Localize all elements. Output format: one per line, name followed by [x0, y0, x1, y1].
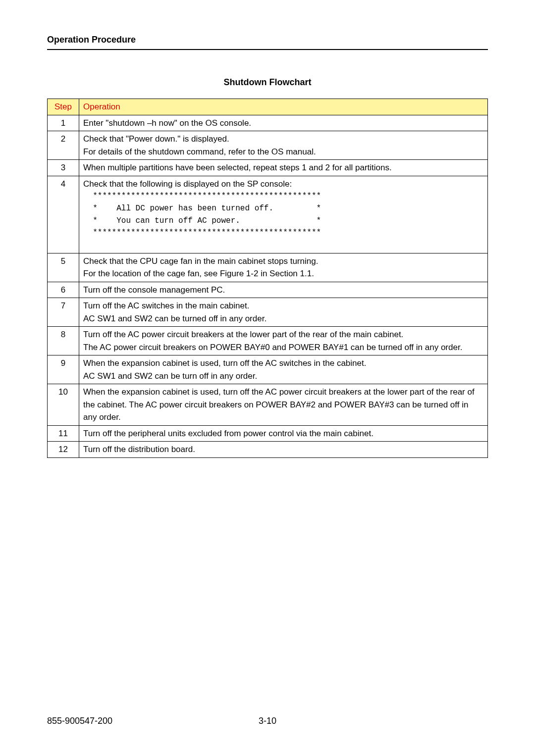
- table-header-operation: Operation: [79, 99, 488, 115]
- shutdown-table: Step Operation 1 Enter "shutdown –h now"…: [47, 99, 488, 458]
- operation-cell: Turn off the peripheral units excluded f…: [79, 425, 488, 442]
- step-number: 4: [48, 176, 79, 253]
- op-text: AC SW1 and SW2 can be turned off in any …: [83, 312, 483, 325]
- op-text: Check that "Power down." is displayed.: [83, 133, 483, 146]
- op-text: Turn off the AC switches in the main cab…: [83, 300, 483, 312]
- op-text: Turn off the AC power circuit breakers a…: [83, 328, 483, 341]
- table-row: 7 Turn off the AC switches in the main c…: [48, 298, 488, 327]
- operation-cell: When the expansion cabinet is used, turn…: [79, 355, 488, 384]
- operation-cell: Enter "shutdown –h now" on the OS consol…: [79, 115, 488, 131]
- step-number: 11: [48, 425, 79, 442]
- operation-cell: When the expansion cabinet is used, turn…: [79, 384, 488, 426]
- table-row: 2 Check that "Power down." is displayed.…: [48, 131, 488, 160]
- step-number: 6: [48, 282, 79, 298]
- operation-cell: Turn off the console management PC.: [79, 282, 488, 298]
- op-text: For the location of the cage fan, see Fi…: [83, 267, 483, 280]
- step-number: 3: [48, 160, 79, 176]
- op-text: The AC power circuit breakers on POWER B…: [83, 341, 483, 354]
- operation-cell: Check that the following is displayed on…: [79, 176, 488, 253]
- header-divider: [47, 49, 488, 50]
- section-title: Shutdown Flowchart: [47, 77, 488, 88]
- operation-cell: Turn off the AC switches in the main cab…: [79, 298, 488, 327]
- step-number: 9: [48, 355, 79, 384]
- doc-number: 855-900547-200: [47, 716, 112, 726]
- page-footer: 855-900547-200 3-10: [47, 716, 488, 726]
- table-header-step: Step: [48, 99, 79, 115]
- running-header: Operation Procedure: [47, 35, 488, 49]
- page-number: 3-10: [47, 716, 488, 726]
- table-row: 6 Turn off the console management PC.: [48, 282, 488, 298]
- console-output: ****************************************…: [83, 190, 483, 202]
- table-row: 9 When the expansion cabinet is used, tu…: [48, 355, 488, 384]
- step-number: 10: [48, 384, 79, 426]
- operation-cell: Turn off the AC power circuit breakers a…: [79, 327, 488, 355]
- op-text: When the expansion cabinet is used, turn…: [83, 357, 483, 370]
- table-row: 10 When the expansion cabinet is used, t…: [48, 384, 488, 426]
- op-text: For details of the shutdown command, ref…: [83, 146, 483, 158]
- operation-cell: When multiple partitions have been selec…: [79, 160, 488, 176]
- table-row: 3 When multiple partitions have been sel…: [48, 160, 488, 176]
- step-number: 5: [48, 253, 79, 282]
- operation-cell: Turn off the distribution board.: [79, 442, 488, 458]
- step-number: 12: [48, 442, 79, 458]
- table-row: 5 Check that the CPU cage fan in the mai…: [48, 253, 488, 282]
- operation-cell: Check that "Power down." is displayed. F…: [79, 131, 488, 160]
- step-number: 8: [48, 327, 79, 355]
- op-text: Check that the following is displayed on…: [83, 178, 483, 191]
- console-output: * All DC power has been turned off. *: [83, 202, 483, 215]
- operation-cell: Check that the CPU cage fan in the main …: [79, 253, 488, 282]
- step-number: 7: [48, 298, 79, 327]
- table-row: 4 Check that the following is displayed …: [48, 176, 488, 253]
- op-text: AC SW1 and SW2 can be turn off in any or…: [83, 370, 483, 383]
- op-text: Check that the CPU cage fan in the main …: [83, 255, 483, 268]
- table-row: 8 Turn off the AC power circuit breakers…: [48, 327, 488, 355]
- console-output: ****************************************…: [83, 227, 483, 239]
- console-output: [83, 239, 483, 252]
- step-number: 1: [48, 115, 79, 131]
- table-row: 12 Turn off the distribution board.: [48, 442, 488, 458]
- table-row: 1 Enter "shutdown –h now" on the OS cons…: [48, 115, 488, 131]
- step-number: 2: [48, 131, 79, 160]
- table-row: 11 Turn off the peripheral units exclude…: [48, 425, 488, 442]
- console-output: * You can turn off AC power. *: [83, 215, 483, 227]
